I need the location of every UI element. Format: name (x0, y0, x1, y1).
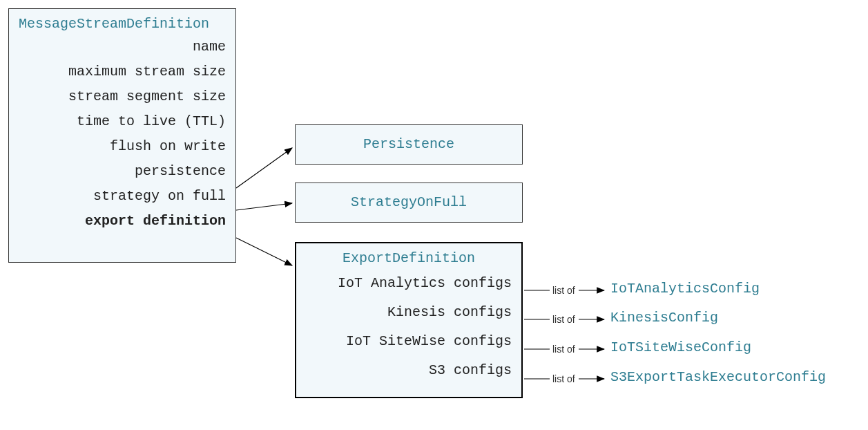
msd-prop-name: name (19, 35, 226, 59)
arrow-to-persistence (236, 148, 292, 188)
msd-title: MessageStreamDefinition (9, 9, 235, 35)
strategy-box: StrategyOnFull (295, 183, 523, 223)
msd-prop-export: export definition (19, 209, 226, 234)
export-definition-box: ExportDefinition IoT Analytics configs K… (295, 242, 523, 398)
list-of-label-4: list of (552, 373, 575, 384)
msd-prop-persistence: persistence (19, 159, 226, 184)
export-prop-list: IoT Analytics configs Kinesis configs Io… (296, 269, 521, 395)
config-type-iotanalytics: IoTAnalyticsConfig (610, 281, 760, 297)
message-stream-definition-box: MessageStreamDefinition name maximum str… (8, 8, 236, 263)
export-title: ExportDefinition (296, 243, 521, 269)
msd-prop-strategy: strategy on full (19, 184, 226, 209)
list-of-label-3: list of (552, 344, 575, 355)
config-type-s3export: S3ExportTaskExecutorConfig (610, 369, 826, 385)
msd-prop-segsize: stream segment size (19, 84, 226, 109)
arrow-to-strategy (236, 203, 292, 210)
export-prop-s3: S3 configs (306, 356, 512, 385)
msd-prop-ttl: time to live (TTL) (19, 109, 226, 134)
arrow-to-export (236, 238, 292, 265)
export-prop-kinesis: Kinesis configs (306, 298, 512, 327)
msd-prop-flush: flush on write (19, 134, 226, 159)
persistence-label: Persistence (296, 125, 522, 163)
strategy-label: StrategyOnFull (296, 183, 522, 221)
export-prop-iotanalytics: IoT Analytics configs (306, 269, 512, 298)
msd-prop-list: name maximum stream size stream segment … (9, 35, 235, 242)
export-prop-sitewise: IoT SiteWise configs (306, 327, 512, 356)
config-type-sitewise: IoTSiteWiseConfig (610, 339, 751, 355)
list-of-label-2: list of (552, 314, 575, 325)
list-of-label-1: list of (552, 285, 575, 296)
persistence-box: Persistence (295, 124, 523, 165)
config-type-kinesis: KinesisConfig (610, 310, 718, 326)
msd-prop-maxsize: maximum stream size (19, 59, 226, 84)
